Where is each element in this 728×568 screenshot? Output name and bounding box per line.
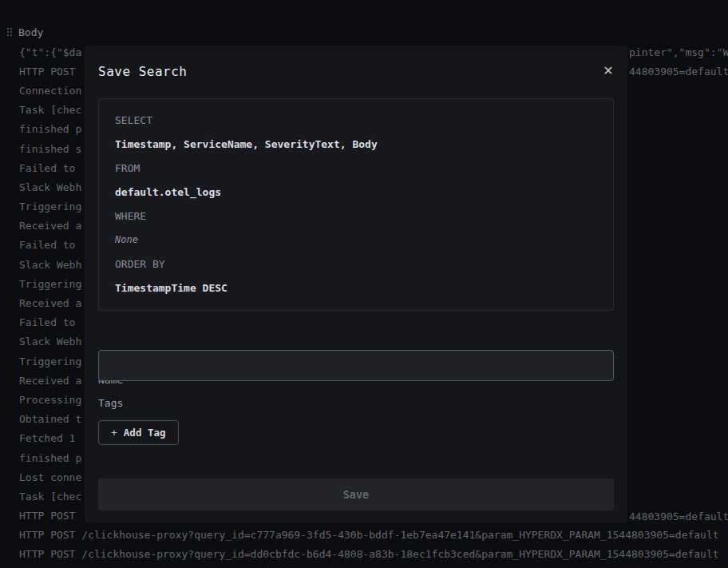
query-where-value: None [115, 234, 138, 245]
query-select-value: Timestamp, ServiceName, SeverityText, Bo… [115, 138, 378, 150]
query-orderby-label: ORDER BY [115, 258, 165, 270]
tags-label: Tags [98, 397, 123, 409]
name-input[interactable] [98, 350, 614, 381]
add-tag-button[interactable]: + Add Tag [98, 420, 179, 445]
add-tag-label: Add Tag [124, 427, 166, 439]
query-orderby-value: TimestampTime DESC [115, 282, 228, 294]
query-where-label: WHERE [115, 210, 146, 222]
close-button[interactable]: ✕ [597, 60, 619, 82]
save-button[interactable]: Save [98, 479, 614, 510]
query-from-value: default.otel_logs [115, 186, 221, 198]
query-from-label: FROM [115, 162, 140, 174]
modal-title: Save Search [98, 64, 187, 79]
query-select-label: SELECT [115, 114, 152, 126]
query-preview: SELECT Timestamp, ServiceName, SeverityT… [98, 98, 614, 311]
close-icon: ✕ [603, 63, 613, 78]
save-search-modal: Save Search ✕ SELECT Timestamp, ServiceN… [85, 46, 627, 522]
plus-icon: + [111, 427, 117, 439]
